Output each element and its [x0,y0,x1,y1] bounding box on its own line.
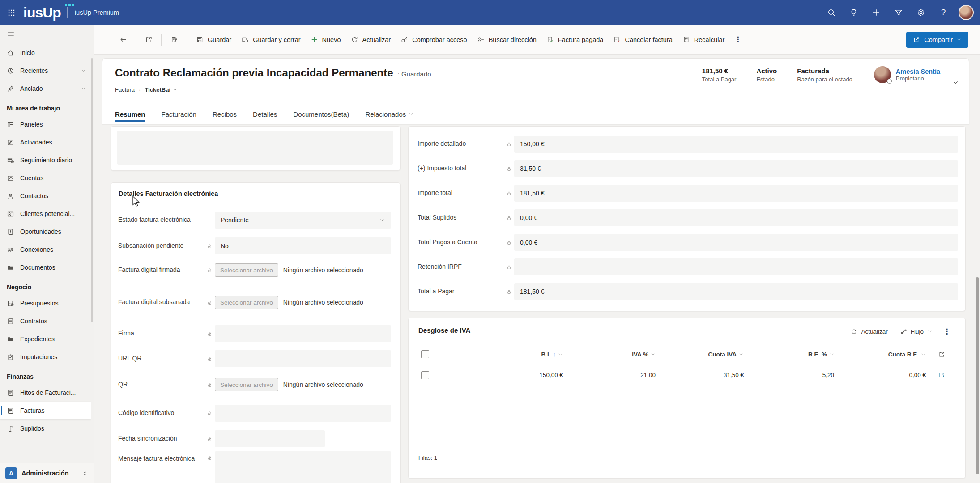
lock-icon [204,411,215,416]
codigo-identificativo-value[interactable] [215,405,391,422]
hamburger-menu-icon[interactable] [0,25,20,43]
navbar-actions: ? [822,3,980,22]
total-pagos-a-cuenta-value[interactable]: 0,00 € [514,234,958,251]
row-checkbox[interactable] [421,371,429,379]
retencion-irpf-value[interactable] [514,258,958,275]
calculator-icon [682,36,690,43]
tab-resumen[interactable]: Resumen [115,104,145,124]
total-suplidos-value[interactable]: 0,00 € [514,209,958,226]
column-header-iva-pct[interactable]: IVA % [632,351,656,358]
sidebar-item-hitos-facturacion[interactable]: Hitos de Facturaci... [0,384,91,402]
impuesto-total-value[interactable]: 31,50 € [514,160,958,177]
flow-icon [900,328,907,335]
chevron-down-icon[interactable] [81,68,86,73]
sidebar-item-presupuestos[interactable]: Presupuestos [0,294,91,312]
sidebar-item-inicio[interactable]: Inicio [0,44,91,62]
grid-row[interactable]: 150,00 € 21,00 31,50 € 5,20 0,00 € [409,364,965,386]
column-header-bi[interactable]: B.I. ↑ [541,351,563,358]
chevron-down-icon [829,352,834,357]
subgrid-more-button[interactable]: ⋮ [940,325,954,338]
refresh-button[interactable]: Actualizar [346,31,396,48]
sidebar-item-conexiones[interactable]: Conexiones [0,241,91,258]
back-button[interactable] [115,31,132,48]
search-icon[interactable] [822,3,841,22]
tab-facturacion[interactable]: Facturación [162,104,196,124]
cell-cuota-re[interactable]: 0,00 € [909,372,926,378]
subgrid-refresh-button[interactable]: Actualizar [846,324,892,339]
select-all-checkbox[interactable] [421,350,429,358]
empty-text-field[interactable] [117,131,393,165]
column-header-re-pct[interactable]: R.E. % [808,351,834,358]
column-header-cuota-re[interactable]: Cuota R.E. [888,351,926,358]
tab-recibos[interactable]: Recibos [213,104,237,124]
folder-icon [7,335,14,343]
tab-relacionados[interactable]: Relacionados [365,104,414,124]
owner-avatar[interactable] [874,66,891,83]
filter-icon[interactable] [889,3,908,22]
owner-name-link[interactable]: Amesia Sentia [896,68,940,75]
quick-create-plus-icon[interactable] [866,3,886,22]
fecha-sincronizacion-value[interactable] [215,430,325,447]
collapse-header-chevron[interactable] [952,79,959,86]
check-access-button[interactable]: Comprobar acceso [396,31,472,48]
estado-factura-dropdown[interactable]: Pendiente [215,212,391,229]
subgrid-flow-button[interactable]: Flujo [896,324,937,339]
cell-cuota-iva[interactable]: 31,50 € [724,372,744,378]
sidebar-item-seguimiento-diario[interactable]: Seguimiento diario [0,151,91,169]
url-qr-value[interactable] [215,350,391,367]
sidebar-item-suplidos[interactable]: Suplidos [0,419,91,437]
sidebar-item-expedientes[interactable]: Expedientes [0,330,91,348]
cell-iva-pct[interactable]: 21,00 [640,372,656,378]
save-button[interactable]: Guardar [191,31,236,48]
share-button[interactable]: Compartir [906,32,968,48]
form-selector[interactable]: TicketBai [145,86,178,93]
sidebar-scrollbar[interactable] [91,58,93,322]
sidebar-item-documentos[interactable]: Documentos [0,258,91,276]
waffle-menu-icon[interactable] [0,0,22,25]
cancel-invoice-button[interactable]: Cancelar factura [608,31,677,48]
open-record-icon[interactable] [938,372,945,378]
page-scrollbar[interactable] [976,277,979,474]
total-a-pagar-value[interactable]: 181,50 € [514,283,958,300]
lightbulb-icon[interactable] [844,3,864,22]
popout-record-button[interactable] [140,31,157,48]
chevron-down-icon[interactable] [81,86,86,91]
new-button[interactable]: Nuevo [306,31,346,48]
tab-detalles[interactable]: Detalles [253,104,277,124]
invoice-icon [7,407,14,415]
help-icon[interactable]: ? [933,3,953,22]
column-header-cuota-iva[interactable]: Cuota IVA [708,351,744,358]
sidebar-item-recientes[interactable]: Recientes [0,62,91,80]
sidebar-item-facturas[interactable]: Facturas [0,402,91,419]
tab-documentos-beta[interactable]: Documentos(Beta) [293,104,349,124]
file-select-button[interactable]: Seleccionar archivo [215,296,278,309]
recalculate-button[interactable]: Recalcular [677,31,730,48]
mensaje-factura-value[interactable] [215,451,391,483]
area-switcher[interactable]: A Administración [0,463,94,483]
sidebar-item-paneles[interactable]: Paneles [0,115,91,133]
importe-total-value[interactable]: 181,50 € [514,185,958,202]
page-title: Contrato Reclamación previa Incapacidad … [115,67,393,79]
search-address-button[interactable]: Buscar dirección [472,31,541,48]
save-and-close-button[interactable]: Guardar y cerrar [236,31,305,48]
file-select-button[interactable]: Seleccionar archivo [215,263,278,277]
sidebar-item-clientes-potenciales[interactable]: Clientes potencial... [0,205,91,223]
sidebar-item-contratos[interactable]: Contratos [0,312,91,330]
subsanacion-pendiente-value[interactable]: No [215,237,391,254]
sidebar-item-anclado[interactable]: Anclado [0,80,91,97]
file-select-button[interactable]: Seleccionar archivo [215,378,278,391]
cell-re-pct[interactable]: 5,20 [822,372,834,378]
sidebar-item-contactos[interactable]: Contactos [0,187,91,205]
settings-gear-icon[interactable] [911,3,931,22]
form-editor-button[interactable] [166,31,183,48]
cell-bi[interactable]: 150,00 € [539,372,563,378]
user-avatar[interactable] [959,5,974,20]
sidebar-item-actividades[interactable]: Actividades [0,133,91,151]
more-commands-button[interactable]: ⋮ [729,31,746,48]
sidebar-item-imputaciones[interactable]: Imputaciones [0,348,91,366]
importe-detallado-value[interactable]: 150,00 € [514,136,958,153]
sidebar-item-cuentas[interactable]: Cuentas [0,169,91,187]
invoice-paid-button[interactable]: Factura pagada [541,31,609,48]
sidebar-item-oportunidades[interactable]: Oportunidades [0,223,91,241]
firma-value[interactable] [215,325,391,342]
